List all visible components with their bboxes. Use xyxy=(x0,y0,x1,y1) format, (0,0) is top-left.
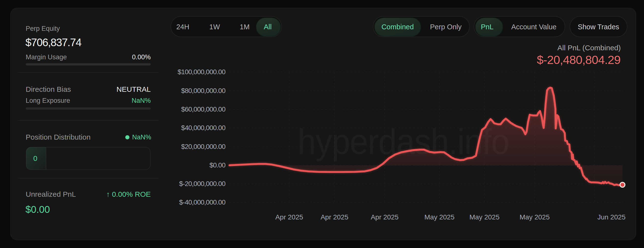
svg-text:Apr 2025: Apr 2025 xyxy=(275,213,303,221)
svg-text:$-40,000,000.00: $-40,000,000.00 xyxy=(179,198,225,206)
svg-text:Jun 2025: Jun 2025 xyxy=(597,213,626,221)
svg-text:$20,000,000.00: $20,000,000.00 xyxy=(181,143,225,150)
svg-text:$0.00: $0.00 xyxy=(210,161,225,169)
svg-text:May 2025: May 2025 xyxy=(424,213,454,221)
svg-text:$80,000,000.00: $80,000,000.00 xyxy=(181,87,225,95)
svg-text:$100,000,000.00: $100,000,000.00 xyxy=(178,68,226,76)
svg-text:May 2025: May 2025 xyxy=(520,213,550,221)
svg-text:Apr 2025: Apr 2025 xyxy=(371,213,398,221)
svg-text:$40,000,000.00: $40,000,000.00 xyxy=(181,124,225,131)
svg-text:May 2025: May 2025 xyxy=(470,213,500,221)
svg-text:Apr 2025: Apr 2025 xyxy=(320,213,348,221)
svg-text:$60,000,000.00: $60,000,000.00 xyxy=(181,106,225,113)
svg-text:$-20,000,000.00: $-20,000,000.00 xyxy=(179,180,225,187)
